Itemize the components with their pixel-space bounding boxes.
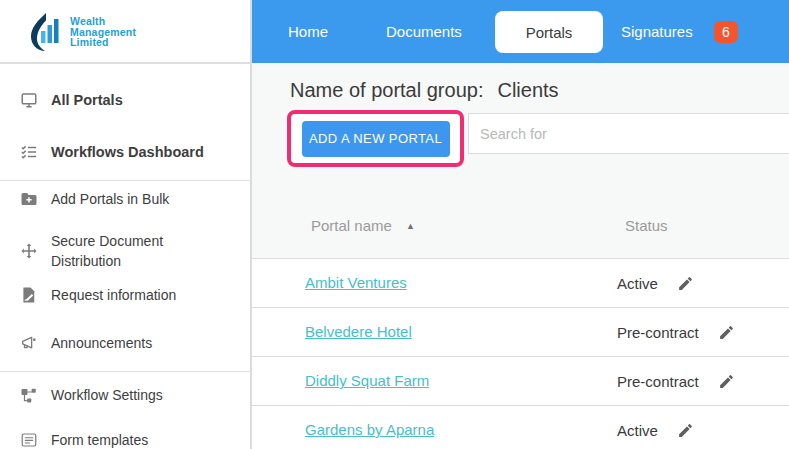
checklist-icon [20,143,38,161]
divider [0,180,250,181]
monitor-icon [20,91,38,109]
move-arrows-icon [20,242,38,260]
table-row: Diddly Squat Farm Pre-contract [252,356,789,405]
sidebar-item-secure-document-distribution[interactable]: Secure Document Distribution [0,227,250,275]
folder-plus-icon [20,190,38,208]
sidebar-item-all-portals[interactable]: All Portals [0,77,250,123]
column-header-portal-name[interactable]: Portal name ▲ [311,217,625,234]
sidebar-item-label: Workflows Dashboard [51,142,204,162]
nav-item-home[interactable]: Home [288,0,328,63]
portal-link[interactable]: Gardens by Aparna [305,421,434,438]
sidebar-item-announcements[interactable]: Announcements [0,329,250,357]
megaphone-icon [20,334,38,352]
sidebar-item-form-templates[interactable]: Form templates [0,426,250,449]
sidebar-item-label: Request information [51,285,176,305]
table-header: Portal name ▲ Status [252,193,789,258]
pencil-icon [677,275,697,292]
column-header-status: Status [625,217,668,234]
divider [0,371,250,372]
logo-icon [28,12,64,52]
portal-link[interactable]: Diddly Squat Farm [305,372,429,389]
status-value: Pre-contract [617,373,699,390]
table-row: Gardens by Aparna Active [252,405,789,449]
search-input[interactable] [469,114,789,153]
brand-name: Wealth Management Limited [70,16,136,48]
nav-item-portals-active[interactable]: Portals [495,11,603,53]
edit-status-button[interactable] [677,420,697,440]
divider [0,62,250,64]
pencil-icon [718,373,738,390]
nav-item-documents[interactable]: Documents [386,0,462,63]
sort-asc-icon: ▲ [406,221,415,231]
sidebar-item-label: Form templates [51,430,148,449]
edit-status-button[interactable] [718,371,738,391]
brand-logo[interactable]: Wealth Management Limited [28,11,136,53]
main-content: Name of portal group:Clients ADD A NEW P… [252,63,789,449]
top-nav: Home Documents Portals Signatures 6 [252,0,789,63]
pencil-icon [718,324,738,341]
document-edit-icon [20,286,38,304]
portal-group-name: Clients [497,79,558,101]
sidebar-item-label: Secure Document Distribution [51,231,211,271]
portal-link[interactable]: Ambit Ventures [305,274,407,291]
pencil-icon [677,422,697,439]
table-row: Belvedere Hotel Pre-contract [252,307,789,356]
sidebar-item-workflows-dashboard[interactable]: Workflows Dashboard [0,129,250,175]
column-header-label: Portal name [311,217,392,234]
table-row: Ambit Ventures Active [252,258,789,307]
status-value: Active [617,275,658,292]
signatures-badge: 6 [714,21,738,43]
add-new-portal-button[interactable]: ADD A NEW PORTAL [302,121,450,157]
status-value: Active [617,422,658,439]
sidebar-item-request-information[interactable]: Request information [0,281,250,309]
status-value: Pre-contract [617,324,699,341]
form-icon [20,431,38,449]
sidebar-item-add-portals-in-bulk[interactable]: Add Portals in Bulk [0,185,250,213]
edit-status-button[interactable] [677,273,697,293]
nav-item-signatures[interactable]: Signatures [621,0,693,63]
sidebar-item-workflow-settings[interactable]: Workflow Settings [0,381,250,409]
edit-status-button[interactable] [718,322,738,342]
sitemap-icon [20,386,38,404]
sidebar-item-label: All Portals [51,90,123,110]
sidebar: Wealth Management Limited All Portals Wo… [0,0,252,449]
page-title: Name of portal group:Clients [290,79,559,102]
page-title-label: Name of portal group: [290,79,483,101]
sidebar-item-label: Add Portals in Bulk [51,189,169,209]
highlight-annotation: ADD A NEW PORTAL [287,110,464,167]
search-field [468,113,789,154]
portal-link[interactable]: Belvedere Hotel [305,323,412,340]
sidebar-item-label: Announcements [51,333,152,353]
sidebar-item-label: Workflow Settings [51,385,163,405]
portal-table: Ambit Ventures Active Belvedere Hotel Pr… [252,258,789,449]
